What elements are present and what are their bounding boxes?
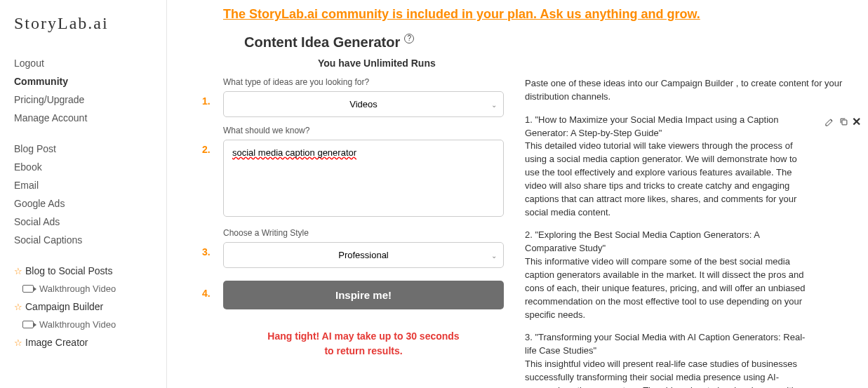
nav-walkthrough-video-1[interactable]: Walkthrough Video — [14, 280, 166, 297]
svg-rect-0 — [842, 120, 847, 125]
community-banner-link[interactable]: The StoryLab.ai community is included in… — [223, 7, 854, 22]
result-item: 1. "How to Maximize your Social Media Im… — [525, 114, 854, 220]
nav-image-creator[interactable]: ☆ Image Creator — [14, 333, 166, 352]
logo: StoryLab.ai — [14, 14, 166, 33]
nav-walkthrough-video-2[interactable]: Walkthrough Video — [14, 316, 166, 333]
nav-social-ads[interactable]: Social Ads — [14, 213, 166, 231]
page-title: Content Idea Generator — [244, 34, 400, 51]
nav-google-ads[interactable]: Google Ads — [14, 194, 166, 213]
field-label-type: What type of ideas are you looking for? — [223, 77, 504, 87]
main-content: The StoryLab.ai community is included in… — [167, 0, 868, 388]
copy-icon[interactable] — [838, 116, 849, 127]
info-icon[interactable]: ? — [404, 34, 414, 44]
nav-blog-to-social[interactable]: ☆ Blog to Social Posts — [14, 262, 166, 280]
sidebar: StoryLab.ai Logout Community Pricing/Upg… — [0, 0, 167, 388]
star-icon: ☆ — [14, 337, 22, 348]
nav-star-label: Image Creator — [25, 337, 88, 348]
nav-ebook[interactable]: Ebook — [14, 158, 166, 176]
video-icon — [22, 321, 34, 328]
result-item: 2. "Exploring the Best Social Media Capt… — [525, 229, 854, 321]
nav-star-label: Blog to Social Posts — [25, 265, 113, 276]
nav-email[interactable]: Email — [14, 176, 166, 194]
nav-sub-label: Walkthrough Video — [39, 319, 116, 330]
step-number: 2. — [202, 144, 211, 155]
nav-pricing[interactable]: Pricing/Upgrade — [14, 91, 166, 109]
campaign-builder-link[interactable]: Campaign Builder — [661, 78, 733, 88]
close-icon[interactable]: ✕ — [852, 114, 861, 130]
nav-blog-post[interactable]: Blog Post — [14, 140, 166, 158]
step-number: 3. — [202, 246, 211, 257]
step-number: 4. — [202, 288, 211, 299]
wait-message: Hang tight! AI may take up to 30 seconds… — [223, 329, 504, 359]
nav-top: Logout Community Pricing/Upgrade Manage … — [14, 54, 166, 127]
field-label-know: What should we know? — [223, 126, 504, 135]
form-column: What type of ideas are you looking for? … — [223, 77, 504, 388]
nav-star-label: Campaign Builder — [25, 301, 103, 312]
step-number: 1. — [202, 95, 211, 107]
result-item: 3. "Transforming your Social Media with … — [525, 331, 854, 388]
result-text: 1. "How to Maximize your Social Media Im… — [525, 114, 812, 220]
result-text: 3. "Transforming your Social Media with … — [525, 331, 812, 388]
result-text: 2. "Exploring the Best Social Media Capt… — [525, 229, 812, 321]
results-column: Paste one of these ideas into our Campai… — [525, 77, 854, 388]
star-icon: ☆ — [14, 266, 22, 276]
nav-starred: ☆ Blog to Social Posts Walkthrough Video… — [14, 262, 166, 352]
nav-campaign-builder[interactable]: ☆ Campaign Builder — [14, 297, 166, 316]
video-icon — [22, 285, 34, 293]
nav-community[interactable]: Community — [14, 72, 166, 91]
nav-manage-account[interactable]: Manage Account — [14, 109, 166, 127]
nav-sub-label: Walkthrough Video — [39, 283, 116, 294]
nav-social-captions[interactable]: Social Captions — [14, 231, 166, 249]
topic-textarea[interactable] — [223, 140, 504, 217]
nav-logout[interactable]: Logout — [14, 54, 166, 72]
nav-mid: Blog Post Ebook Email Google Ads Social … — [14, 140, 166, 249]
field-label-style: Choose a Writing Style — [223, 228, 504, 238]
inspire-button[interactable]: Inspire me! — [223, 281, 504, 309]
star-icon: ☆ — [14, 302, 22, 312]
writing-style-select[interactable]: Professional — [223, 242, 504, 268]
results-intro: Paste one of these ideas into our Campai… — [525, 77, 854, 104]
idea-type-select[interactable]: Videos — [223, 91, 504, 117]
edit-icon[interactable] — [824, 116, 835, 127]
runs-line: You have Unlimited Runs — [318, 58, 854, 69]
result-actions: ✕ — [824, 114, 861, 130]
